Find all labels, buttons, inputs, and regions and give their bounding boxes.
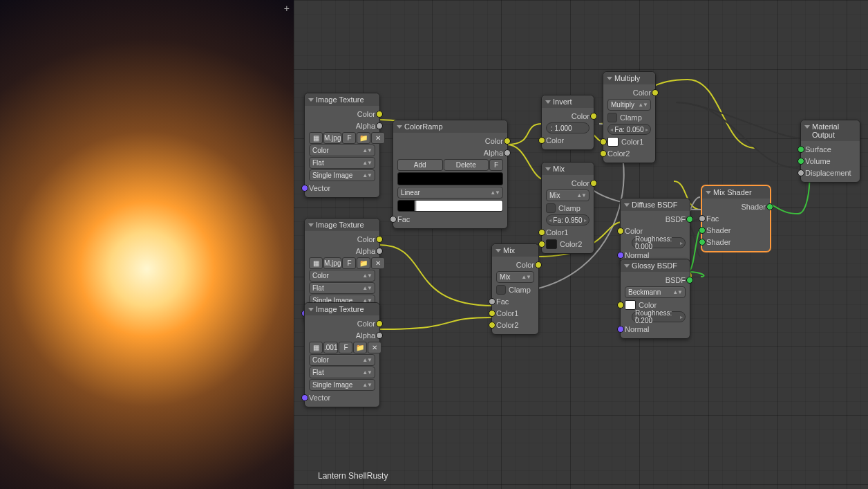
dropdown-colorspace[interactable]: Color▲▼ [309, 145, 375, 156]
node-glossy-bsdf[interactable]: Glossy BSDF BSDF Beckmann▲▼ Color ◂Rough… [620, 259, 690, 339]
unlink-icon[interactable]: ✕ [371, 132, 385, 144]
node-title: Mix [542, 163, 594, 175]
dropdown-blend[interactable]: Mix▲▼ [496, 271, 534, 283]
checkbox-clamp[interactable] [607, 113, 617, 122]
dropdown-interpolation[interactable]: Linear▲▼ [397, 187, 503, 199]
node-multiply[interactable]: Multiply Color Multiply▲▼ Clamp ◂Fa: 0.0… [603, 71, 656, 163]
socket-in-vector[interactable] [301, 394, 308, 401]
material-name: Lantern ShellRusty [318, 471, 388, 481]
image-selector[interactable]: ▦ .001 F 📁 ✕ [309, 342, 375, 353]
dropdown-distribution[interactable]: Beckmann▲▼ [625, 286, 686, 298]
add-button[interactable]: Add [397, 159, 443, 171]
gradient-editor[interactable] [397, 200, 503, 212]
node-image-texture-3[interactable]: Image Texture Color Alpha ▦ .001 F 📁 ✕ C… [304, 302, 380, 407]
socket-in-fac[interactable] [699, 215, 706, 222]
node-mix-1[interactable]: Mix Color Mix▲▼ Clamp ◂Fa: 0.950▸ Color1… [541, 162, 594, 254]
socket-in-normal[interactable] [617, 326, 624, 333]
color-stop-preview[interactable] [397, 172, 503, 185]
roughness-slider[interactable]: ◂Roughness: 0.000▸ [632, 237, 686, 248]
socket-in-shader2[interactable] [699, 239, 706, 246]
plus-icon: + [284, 3, 290, 14]
socket-in-color[interactable] [538, 137, 545, 144]
socket-out-color[interactable] [652, 89, 659, 96]
node-colorramp[interactable]: ColorRamp Color Alpha Add Delete F Linea… [393, 120, 508, 229]
node-title: Material Output [801, 120, 860, 141]
fac-slider[interactable]: ◂Fa: 0.950▸ [546, 214, 589, 225]
socket-out-color[interactable] [376, 320, 383, 327]
socket-out-alpha[interactable] [504, 149, 511, 156]
node-material-output[interactable]: Material Output Surface Volume Displacem… [800, 120, 860, 183]
node-mix-shader[interactable]: Mix Shader Shader Fac Shader Shader [701, 185, 771, 252]
node-image-texture-1[interactable]: Image Texture Color Alpha ▦ M.jpg F 📁 ✕ … [304, 93, 380, 198]
checkbox-clamp[interactable] [496, 285, 506, 295]
socket-out-bsdf[interactable] [686, 277, 693, 284]
socket-in-color2[interactable] [538, 241, 545, 248]
socket-in-surface[interactable] [798, 146, 804, 153]
socket-out-alpha[interactable] [376, 248, 383, 255]
dropdown-colorspace[interactable]: Color▲▼ [309, 354, 375, 366]
node-title: Image Texture [305, 93, 379, 106]
socket-in-fac[interactable] [489, 298, 496, 305]
roughness-slider[interactable]: ◂Roughness: 0.200▸ [632, 311, 686, 322]
dropdown-blend[interactable]: Multiply▲▼ [607, 99, 651, 111]
flip-button[interactable]: F [489, 159, 503, 171]
socket-in-vector[interactable] [301, 185, 308, 192]
socket-in-volume[interactable] [798, 158, 804, 165]
socket-in-color2[interactable] [489, 322, 496, 329]
delete-button[interactable]: Delete [444, 159, 489, 171]
checkbox-clamp[interactable] [546, 203, 556, 213]
color-swatch[interactable] [607, 137, 619, 147]
node-title: Invert [542, 95, 594, 108]
color-swatch[interactable] [546, 239, 557, 249]
open-icon[interactable]: 📁 [357, 132, 370, 144]
socket-in-fac[interactable] [390, 216, 397, 223]
socket-in-color[interactable] [617, 302, 624, 308]
node-title: Diffuse BSDF [621, 199, 690, 211]
node-diffuse-bsdf[interactable]: Diffuse BSDF BSDF Color ◂Roughness: 0.00… [620, 198, 690, 265]
socket-out-alpha[interactable] [376, 332, 383, 339]
node-title: Image Texture [305, 303, 379, 315]
socket-out-alpha[interactable] [376, 122, 383, 129]
image-name[interactable]: M.jpg [323, 132, 341, 144]
dropdown-projection[interactable]: Flat▲▼ [309, 367, 375, 378]
node-title: Mix Shader [702, 186, 770, 199]
image-selector[interactable]: ▦ M.jpg F 📁 ✕ [309, 132, 375, 144]
socket-out-color[interactable] [590, 113, 597, 120]
dropdown-source[interactable]: Single Image▲▼ [309, 379, 375, 391]
image-selector[interactable]: ▦ M.jpg F 📁 ✕ [309, 257, 375, 269]
socket-in-color[interactable] [617, 228, 624, 234]
node-title: Image Texture [305, 219, 379, 231]
socket-in-color2[interactable] [600, 150, 607, 157]
socket-in-normal[interactable] [617, 252, 624, 259]
dropdown-projection[interactable]: Flat▲▼ [309, 282, 375, 294]
render-preview: + [0, 0, 294, 489]
socket-in-shader1[interactable] [699, 227, 706, 234]
socket-out-color[interactable] [504, 138, 511, 145]
socket-in-displacement[interactable] [798, 169, 804, 176]
socket-out-color[interactable] [590, 180, 597, 187]
color-swatch[interactable] [625, 300, 636, 310]
fac-slider[interactable]: ◂Fa: 0.050▸ [607, 124, 651, 135]
node-mix-2[interactable]: Mix Color Mix▲▼ Clamp Fac Color1 Color2 [491, 243, 539, 335]
socket-in-color1[interactable] [538, 229, 545, 236]
socket-out-shader[interactable] [766, 203, 773, 210]
node-invert[interactable]: Invert Color : 1.000 Color [541, 95, 594, 150]
node-title: ColorRamp [393, 120, 507, 133]
socket-label: Alpha [356, 122, 375, 130]
node-title: Multiply [603, 72, 655, 84]
fac-value[interactable]: : 1.000 [546, 122, 589, 133]
dropdown-source[interactable]: Single Image▲▼ [309, 169, 375, 181]
socket-out-color[interactable] [376, 111, 383, 118]
socket-label: Color [357, 110, 375, 118]
socket-out-bsdf[interactable] [686, 216, 693, 223]
socket-out-color[interactable] [376, 236, 383, 243]
socket-in-color1[interactable] [489, 310, 496, 317]
node-title: Mix [492, 244, 538, 257]
dropdown-projection[interactable]: Flat▲▼ [309, 157, 375, 169]
browse-icon[interactable]: ▦ [309, 132, 323, 144]
fake-user-button[interactable]: F [342, 132, 356, 144]
dropdown-colorspace[interactable]: Color▲▼ [309, 270, 375, 282]
socket-out-color[interactable] [535, 261, 542, 268]
dropdown-blend[interactable]: Mix▲▼ [546, 190, 589, 201]
socket-in-color1[interactable] [600, 138, 607, 145]
